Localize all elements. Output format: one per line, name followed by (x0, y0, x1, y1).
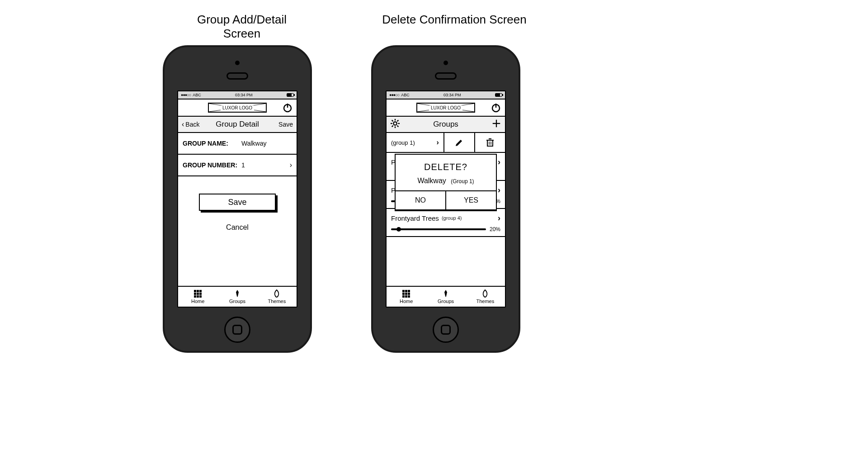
svg-line-13 (392, 120, 393, 122)
dialog-title: DELETE? (400, 162, 491, 172)
logo-row: LUXOR LOGO (387, 99, 505, 117)
status-bar: ●●●○○ ABC 03:34 PM (387, 91, 505, 99)
plus-icon (491, 118, 501, 128)
group-row-swiped: (group 1) › (387, 133, 505, 153)
group-row-sub: (group 1) (391, 139, 415, 146)
phone-camera-dot (443, 61, 448, 65)
cancel-button[interactable]: Cancel (178, 223, 297, 232)
clock-label: 03:34 PM (443, 93, 461, 97)
carrier-label: ABC (401, 93, 410, 97)
chevron-right-icon: › (436, 138, 439, 147)
tab-bar: Home Groups Themes (387, 286, 505, 307)
back-button[interactable]: ‹ Back (182, 121, 199, 128)
group-name-label: GROUP NAME: (183, 140, 241, 147)
add-button[interactable] (491, 118, 501, 130)
groups-content: (group 1) › P… › P… (387, 133, 505, 286)
tab-themes-label: Themes (268, 298, 286, 304)
grid-icon (402, 290, 410, 298)
tab-themes[interactable]: Themes (257, 287, 297, 307)
dialog-subtitle: Walkway (Group 1) (400, 177, 491, 185)
status-bar: ●●●○○ ABC 03:34 PM (178, 91, 297, 99)
power-icon[interactable] (282, 102, 293, 113)
grid-icon (194, 290, 202, 298)
delete-dialog: DELETE? Walkway (Group 1) NO YES (395, 154, 497, 210)
gear-icon (390, 118, 400, 128)
pencil-icon (455, 138, 464, 147)
group-number-label: GROUP NUMBER: (183, 161, 241, 169)
dialog-yes-button[interactable]: YES (446, 191, 496, 209)
logo-placeholder: LUXOR LOGO (416, 103, 475, 113)
trash-icon (486, 138, 494, 147)
tab-home[interactable]: Home (178, 287, 217, 307)
screen-title-detail: Group Add/Detail Screen (179, 13, 305, 41)
tab-groups[interactable]: Groups (426, 287, 465, 307)
save-button[interactable]: Save (199, 194, 276, 211)
tab-home-label: Home (400, 298, 413, 304)
signal-icon: ●●●○○ (181, 93, 191, 97)
delete-button[interactable] (475, 133, 505, 152)
svg-rect-19 (487, 140, 493, 146)
brightness-slider[interactable] (391, 228, 486, 230)
svg-line-14 (397, 126, 399, 127)
tab-bar: Home Groups Themes (178, 286, 297, 307)
chevron-right-icon: › (290, 161, 292, 169)
nav-row: ‹ Back Group Detail Save (178, 117, 297, 133)
phone-home-button[interactable] (224, 317, 250, 343)
group-row-name-cell[interactable]: (group 1) › (387, 133, 444, 152)
group-name-value: Walkway (241, 140, 267, 147)
tab-themes[interactable]: Themes (466, 287, 505, 307)
battery-icon (287, 93, 294, 97)
tab-home[interactable]: Home (387, 287, 426, 307)
phone-speaker (435, 72, 457, 80)
tab-groups-label: Groups (229, 298, 245, 304)
clock-label: 03:34 PM (235, 93, 253, 97)
logo-text: LUXOR LOGO (221, 105, 254, 110)
dialog-group-name: Walkway (417, 177, 446, 185)
svg-line-16 (392, 126, 393, 127)
nav-title: Group Detail (216, 120, 259, 129)
dialog-no-button[interactable]: NO (396, 191, 446, 209)
chevron-right-icon: › (498, 185, 500, 195)
group-row[interactable]: Frontyard Trees (group 4) › 20% (387, 209, 505, 237)
svg-point-8 (393, 122, 396, 125)
back-label: Back (185, 121, 199, 128)
edit-button[interactable] (444, 133, 475, 152)
detail-content: GROUP NAME: Walkway GROUP NUMBER: 1 › Sa… (178, 133, 297, 286)
tab-groups[interactable]: Groups (217, 287, 257, 307)
battery-icon (495, 93, 502, 97)
logo-placeholder: LUXOR LOGO (208, 103, 267, 113)
tab-themes-label: Themes (476, 298, 494, 304)
phone-mockup-detail: ●●●○○ ABC 03:34 PM LUXOR LOGO ‹ Back Gro… (163, 45, 312, 353)
group-name-row[interactable]: GROUP NAME: Walkway (178, 133, 297, 155)
carrier-label: ABC (193, 93, 201, 97)
svg-line-15 (397, 120, 399, 122)
group-number-value: 1 (241, 161, 245, 169)
group-name: Frontyard Trees (391, 214, 439, 222)
screen-groups: ●●●○○ ABC 03:34 PM LUXOR LOGO (386, 90, 506, 308)
screen-detail: ●●●○○ ABC 03:34 PM LUXOR LOGO ‹ Back Gro… (177, 90, 297, 308)
pen-icon (442, 289, 449, 298)
nav-row: Groups (387, 117, 505, 133)
pen-icon (234, 289, 241, 298)
phone-home-button[interactable] (433, 317, 459, 343)
logo-text: LUXOR LOGO (429, 105, 462, 110)
logo-row: LUXOR LOGO (178, 99, 297, 117)
brightness-value: 20% (490, 226, 500, 232)
phone-speaker (226, 72, 248, 80)
phone-mockup-delete: ●●●○○ ABC 03:34 PM LUXOR LOGO (371, 45, 520, 353)
tab-home-label: Home (191, 298, 204, 304)
signal-icon: ●●●○○ (389, 93, 399, 97)
chevron-left-icon: ‹ (182, 121, 184, 128)
group-number-row[interactable]: GROUP NUMBER: 1 › (178, 155, 297, 176)
chevron-right-icon: › (498, 157, 500, 167)
nav-save-link[interactable]: Save (278, 121, 293, 128)
power-icon[interactable] (491, 102, 501, 113)
settings-button[interactable] (390, 118, 400, 130)
screen-title-delete: Delete Confirmation Screen (380, 13, 529, 27)
flame-icon (273, 289, 280, 298)
phone-camera-dot (235, 61, 240, 65)
dialog-group-number: (Group 1) (451, 178, 474, 185)
flame-icon (481, 289, 489, 298)
chevron-right-icon: › (498, 213, 500, 223)
tab-groups-label: Groups (438, 298, 454, 304)
